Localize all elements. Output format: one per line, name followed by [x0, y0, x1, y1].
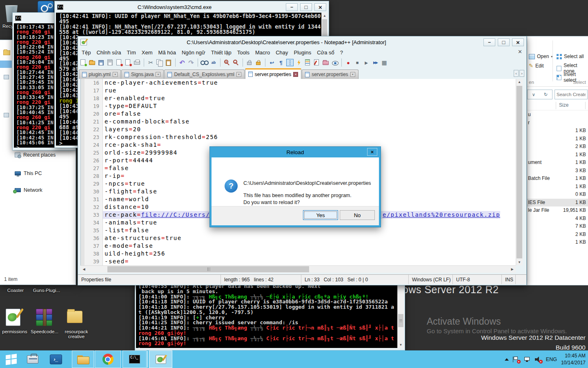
- code-line-22[interactable]: 22layers=20: [81, 126, 516, 133]
- file-row[interactable]: 1 KB: [527, 127, 588, 135]
- sidebar-item-network[interactable]: Network: [15, 187, 42, 193]
- tab-close-icon[interactable]: [293, 72, 298, 77]
- powershell-button[interactable]: ›_: [45, 350, 67, 368]
- scroll-up-icon[interactable]: ▲: [516, 79, 523, 85]
- file-row[interactable]: r: [527, 119, 588, 127]
- zoom-out-icon[interactable]: –: [232, 59, 240, 66]
- file-row[interactable]: 1 KB: [527, 151, 588, 159]
- scrollbar-thumb[interactable]: [107, 266, 309, 272]
- code-line-37[interactable]: 37e-mode=false: [81, 242, 516, 250]
- server-manager-button[interactable]: [23, 350, 42, 368]
- resourpack-label[interactable]: resourpack creative: [61, 329, 91, 339]
- minimize-icon[interactable]: [286, 3, 298, 11]
- nav-item-icon[interactable]: [4, 75, 9, 79]
- sidebar-item-recent-places[interactable]: Recent places: [15, 152, 56, 158]
- start-button[interactable]: [2, 350, 20, 368]
- macro-stop-icon[interactable]: ■: [354, 59, 361, 66]
- scroll-down-icon[interactable]: ▼: [398, 342, 404, 348]
- file-row[interactable]: 1 KB: [527, 183, 588, 191]
- search-input[interactable]: [555, 90, 588, 99]
- selected-nav-item[interactable]: [0, 61, 12, 68]
- cmd-button[interactable]: [122, 350, 147, 368]
- tab-close-icon[interactable]: [113, 72, 118, 77]
- tab-Signs.java[interactable]: Signs.java: [121, 70, 164, 79]
- minimize-icon[interactable]: [483, 38, 495, 46]
- scroll-down-icon[interactable]: ▼: [516, 259, 523, 265]
- file-row[interactable]: ument1 KB: [527, 159, 588, 167]
- show-all-characters-icon[interactable]: ¶: [277, 59, 285, 66]
- copy-icon[interactable]: [156, 59, 163, 66]
- word-wrap-icon[interactable]: ↩: [268, 59, 276, 66]
- tab-close-icon[interactable]: [156, 72, 160, 77]
- open-file-icon[interactable]: [89, 59, 96, 66]
- vertical-scrollbar[interactable]: ▲ ▼: [516, 79, 523, 265]
- desktop-icon-coaster-label[interactable]: Coaster: [0, 288, 31, 293]
- address-bar-controls[interactable]: ∨ ↻: [527, 90, 552, 99]
- close-all-icon[interactable]: [125, 59, 132, 66]
- ribbon-open-button[interactable]: Open▾: [529, 54, 552, 59]
- paste-icon[interactable]: [165, 59, 172, 66]
- horizontal-scrollbar[interactable]: ◀ ▶: [80, 265, 516, 273]
- replace-icon[interactable]: ab: [210, 59, 217, 66]
- file-row[interactable]: IES File1 KB: [527, 199, 588, 207]
- macro-save-icon[interactable]: ▦: [381, 59, 388, 66]
- url-tail[interactable]: e/pixellands%20resourpack.zip: [383, 211, 500, 219]
- document-map-icon[interactable]: [304, 59, 312, 66]
- close-document-icon[interactable]: [518, 49, 522, 55]
- code-line-38[interactable]: 38uild-height=256: [81, 250, 516, 258]
- code-line-16[interactable]: 16nce-player-achievements=true: [81, 79, 516, 87]
- indent-guide-icon[interactable]: ┆: [286, 59, 294, 66]
- dialog-close-icon[interactable]: [367, 148, 377, 156]
- scrollbar-thumb[interactable]: [517, 86, 522, 258]
- code-line-35[interactable]: 35-list=false: [81, 227, 516, 234]
- save-all-icon[interactable]: [107, 59, 114, 66]
- menu-item-xem[interactable]: Xem: [139, 49, 156, 56]
- find-icon[interactable]: [201, 59, 208, 66]
- tab-server.properties[interactable]: server.properties: [302, 70, 358, 79]
- code-line-19[interactable]: 19-type=DEFAULT: [81, 102, 516, 110]
- menu-item-macro[interactable]: Macro: [252, 49, 273, 56]
- file-row[interactable]: 3 KB: [527, 167, 588, 175]
- language-indicator[interactable]: ENG: [546, 357, 557, 362]
- document-monitor-icon[interactable]: [331, 59, 339, 66]
- menu-item-chỉnh-sửa[interactable]: Chỉnh sửa: [94, 49, 124, 56]
- macro-play-icon[interactable]: ▶: [363, 59, 370, 66]
- menu-item-chạy[interactable]: Chạy: [273, 49, 291, 56]
- shortcut-mapper-icon[interactable]: [295, 59, 303, 66]
- file-row[interactable]: 4 KB: [527, 215, 588, 223]
- menu-item-tìm[interactable]: Tìm: [124, 49, 138, 56]
- undo-icon[interactable]: ↶: [178, 59, 186, 66]
- refresh-icon[interactable]: ↻: [544, 92, 548, 97]
- notepad-plus-plus-button[interactable]: [149, 350, 172, 368]
- redo-icon[interactable]: ↷: [187, 59, 195, 66]
- new-file-icon[interactable]: [80, 59, 87, 66]
- maximize-icon[interactable]: [300, 3, 312, 11]
- column-header-row[interactable]: Size: [527, 101, 588, 110]
- desktop-icon-guns-plugin-label[interactable]: Guns-Plugi...: [30, 288, 63, 293]
- file-row[interactable]: le Jar File19,951 KB: [527, 206, 588, 215]
- network-status-icon[interactable]: [524, 356, 531, 363]
- file-explorer-button[interactable]: [72, 350, 94, 368]
- scrollbar-thumb[interactable]: [398, 314, 403, 327]
- macro-run-multiple-icon[interactable]: ▶▶: [372, 59, 379, 66]
- volume-muted-icon[interactable]: [535, 356, 542, 363]
- tab-server.properties[interactable]: server.properties: [245, 68, 301, 79]
- cmd-top-titlebar[interactable]: C:\Windows\system32\cmd.exe: [55, 1, 329, 13]
- tab-plugin.yml[interactable]: plugin.yml: [79, 70, 121, 79]
- sidebar-item-this-pc[interactable]: This PC: [15, 171, 42, 176]
- close-icon[interactable]: [512, 38, 524, 46]
- no-button[interactable]: No: [340, 210, 375, 220]
- file-row[interactable]: 7 KB: [527, 222, 588, 231]
- file-row[interactable]: 0 KB: [527, 191, 588, 199]
- sync-horizontal-icon[interactable]: [255, 59, 262, 66]
- tab-scroll-right-icon[interactable]: ›: [519, 70, 524, 77]
- action-center-flag-icon[interactable]: [513, 356, 520, 363]
- zoom-in-icon[interactable]: +: [223, 59, 231, 66]
- menu-item-mã-hóa[interactable]: Mã hóa: [156, 49, 179, 56]
- cut-icon[interactable]: ✂: [147, 59, 154, 66]
- file-row[interactable]: 1 KB: [527, 135, 588, 143]
- file-row[interactable]: 2 KB: [527, 143, 588, 151]
- menu-item-tools[interactable]: Tools: [234, 49, 252, 56]
- chrome-button[interactable]: [95, 350, 121, 368]
- status-encoding[interactable]: UTF-8: [453, 275, 502, 284]
